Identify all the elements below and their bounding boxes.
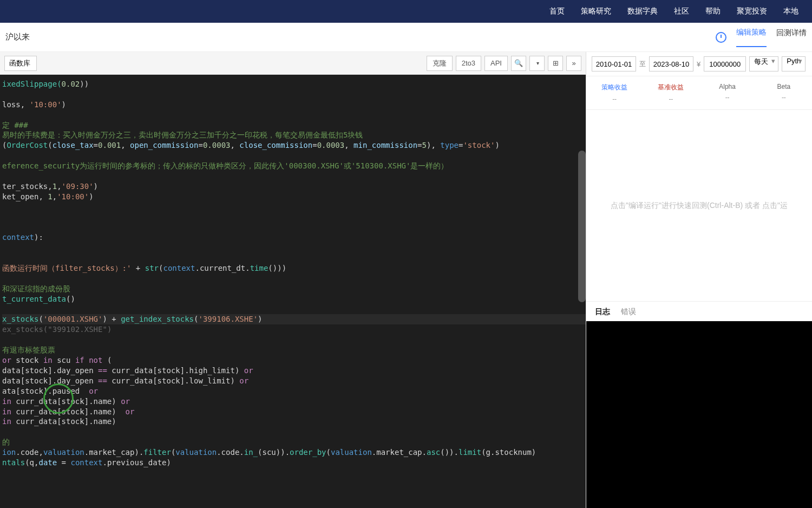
expand-button[interactable]: »	[566, 56, 581, 71]
nav-research[interactable]: 策略研究	[573, 6, 619, 16]
nav-dict[interactable]: 数据字典	[619, 6, 666, 16]
frequency-select[interactable]: 每天	[749, 56, 778, 71]
nav-home[interactable]: 首页	[541, 6, 573, 16]
strategy-title: 沪以来	[5, 32, 30, 42]
editor-scrollbar[interactable]	[578, 151, 586, 302]
tab-edit-strategy[interactable]: 编辑策略	[736, 28, 767, 47]
backtest-params: 至 ¥ 每天 Pyth	[586, 52, 812, 76]
search-button[interactable]: 🔍	[511, 56, 526, 71]
tab-backtest-detail[interactable]: 回测详情	[776, 28, 807, 47]
title-bar: 沪以来 编辑策略 回测详情	[0, 23, 812, 52]
2to3-button[interactable]: 2to3	[456, 56, 481, 71]
nav-local[interactable]: 本地	[775, 6, 807, 16]
language-select[interactable]: Pyth	[782, 56, 806, 71]
metric-benchmark-return: 基准收益--	[643, 83, 699, 103]
metric-beta: Beta--	[756, 83, 812, 103]
metric-strategy-return: 策略收益--	[586, 83, 643, 103]
grid-icon: ⊞	[553, 59, 559, 67]
editor-toolbar: 克隆 2to3 API 🔍 ▾ ⊞ »	[0, 52, 586, 75]
code-editor[interactable]: ixedSlippage(0.02)) loss, '10:00') 定 ###…	[0, 75, 586, 508]
side-panel: 至 ¥ 每天 Pyth 策略收益-- 基准收益-- Alpha-- Beta--…	[586, 52, 812, 508]
date-to-input[interactable]	[649, 56, 693, 71]
tab-log[interactable]: 日志	[595, 307, 610, 321]
currency-label: ¥	[697, 60, 700, 68]
date-from-input[interactable]	[592, 56, 636, 71]
tab-error[interactable]: 错误	[621, 307, 636, 321]
clock-icon[interactable]	[716, 32, 726, 43]
chart-placeholder: 点击"编译运行"进行快速回测(Ctrl-Alt-B) 或者 点击"运	[586, 110, 812, 301]
grid-button[interactable]: ⊞	[548, 56, 563, 71]
settings-button[interactable]: ▾	[529, 56, 545, 71]
expand-icon: »	[572, 59, 575, 67]
search-icon: 🔍	[514, 59, 523, 67]
nav-invest[interactable]: 聚宽投资	[729, 6, 775, 16]
log-tabs: 日志 错误	[586, 301, 812, 321]
nav-help[interactable]: 帮助	[697, 6, 729, 16]
log-output[interactable]	[586, 321, 812, 508]
metrics-row: 策略收益-- 基准收益-- Alpha-- Beta--	[586, 76, 812, 110]
chevron-down-icon: ▾	[536, 60, 539, 66]
metric-alpha: Alpha--	[699, 83, 756, 103]
clone-button[interactable]: 克隆	[427, 56, 453, 71]
api-button[interactable]: API	[484, 56, 508, 71]
capital-input[interactable]	[704, 56, 746, 71]
nav-community[interactable]: 社区	[666, 6, 697, 16]
editor-panel: 克隆 2to3 API 🔍 ▾ ⊞ » ixedSlippage(0.02)) …	[0, 52, 586, 508]
function-library-input[interactable]	[4, 56, 37, 71]
top-navbar: 首页 策略研究 数据字典 社区 帮助 聚宽投资 本地	[0, 0, 812, 23]
date-sep: 至	[639, 60, 646, 69]
